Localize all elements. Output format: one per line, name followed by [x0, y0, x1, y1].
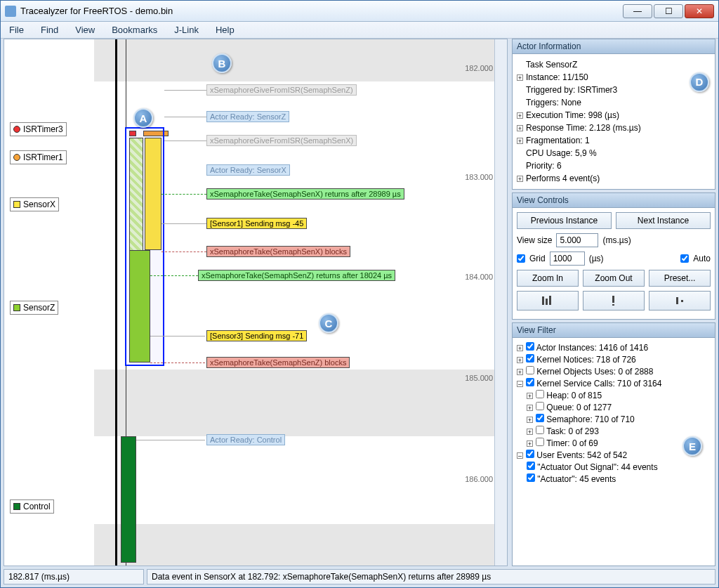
window-title: Tracealyzer for FreeRTOS - demo.bin	[20, 6, 623, 16]
auto-checkbox[interactable]	[680, 254, 689, 263]
filter-semaphore[interactable]: Semaphore: 710 of 710	[546, 414, 634, 424]
filter-heap[interactable]: Heap: 0 of 815	[546, 391, 602, 400]
menu-help[interactable]: Help	[211, 23, 239, 37]
ai-task: Task SensorZ	[526, 60, 577, 70]
filter-queue-chk[interactable]	[536, 402, 544, 410]
callout-a: A	[133, 108, 153, 128]
filter-user-events[interactable]: User Events: 542 of 542	[536, 450, 627, 460]
event-sem-give-senx[interactable]: xSemaphoreGiveFromISR(SemaphSenX)	[206, 135, 357, 146]
menu-file[interactable]: File	[5, 23, 28, 37]
filter-task-chk[interactable]	[536, 426, 544, 434]
maximize-button[interactable]: ☐	[654, 4, 683, 18]
svg-rect-0	[542, 296, 544, 305]
filter-heap-chk[interactable]	[536, 390, 544, 398]
menu-view[interactable]: View	[71, 23, 99, 37]
view-mode-3-button[interactable]	[649, 291, 711, 311]
filter-semaphore-chk[interactable]	[536, 414, 544, 422]
event-actor-ready-sensorx[interactable]: Actor Ready: SensorX	[206, 164, 290, 176]
filter-timer[interactable]: Timer: 0 of 69	[546, 438, 598, 448]
titlebar[interactable]: Tracealyzer for FreeRTOS - demo.bin — ☐ …	[1, 1, 718, 22]
event-actor-ready-sensorz[interactable]: Actor Ready: SensorZ	[206, 111, 289, 122]
event-sensor3-msg[interactable]: [Sensor3] Sending msg -71	[206, 330, 307, 341]
viewsize-input[interactable]	[556, 233, 598, 247]
filter-actor-instances[interactable]: Actor Instances: 1416 of 1416	[536, 343, 648, 353]
svg-rect-4	[612, 304, 614, 306]
time-axis: 182.000 183.000 184.000 185.000 186.000	[459, 39, 494, 566]
grid-input[interactable]	[550, 251, 585, 266]
svg-rect-1	[546, 299, 548, 305]
panel-view-controls: View Controls Previous Instance Next Ins…	[512, 192, 715, 320]
filter-user-events-chk[interactable]	[526, 450, 534, 458]
zoom-in-button[interactable]: Zoom In	[517, 270, 579, 287]
status-event: Data event in SensorX at 182.792: xSemap…	[147, 569, 715, 584]
legend-sensorz[interactable]: SensorZ	[10, 301, 58, 315]
filter-kernel-objects-chk[interactable]	[526, 366, 534, 374]
filter-kernel-calls[interactable]: Kernel Service Calls: 710 of 3164	[536, 379, 661, 388]
filter-actuator-out[interactable]: "Actuator Out Signal": 44 events	[537, 462, 657, 472]
close-button[interactable]: ✕	[685, 4, 714, 18]
status-bar: 182.817 (ms.µs) Data event in SensorX at…	[4, 569, 715, 584]
timeline-canvas[interactable]: 182.000 183.000 184.000 185.000 186.000	[94, 39, 494, 566]
event-sem-take-senx-blk[interactable]: xSemaphoreTake(SemaphSenX) blocks	[206, 246, 350, 257]
event-sem-take-senx-ret[interactable]: xSemaphoreTake(SemaphSenX) returns after…	[206, 188, 404, 200]
grid-unit: (µs)	[589, 254, 604, 263]
actor-info-header: Actor Information	[513, 39, 715, 54]
selection-box	[125, 127, 164, 366]
filter-actuator-out-chk[interactable]	[527, 462, 535, 470]
event-sem-give-senz[interactable]: xSemaphoreGiveFromISR(SemaphSenZ)	[206, 84, 357, 96]
next-instance-button[interactable]: Next Instance	[616, 212, 711, 229]
minimize-button[interactable]: —	[623, 4, 652, 18]
svg-rect-2	[549, 296, 551, 305]
viewsize-label: View size	[517, 235, 552, 245]
event-sem-take-senz-blk[interactable]: xSemaphoreTake(SemaphSenZ) blocks	[206, 357, 350, 368]
trace-scrollbar[interactable]	[494, 39, 507, 566]
menu-bookmarks[interactable]: Bookmarks	[107, 23, 161, 37]
grid-label: Grid	[529, 254, 546, 263]
view-mode-2-button[interactable]	[583, 291, 645, 311]
svg-rect-3	[612, 296, 614, 303]
ai-triggers: Triggers: None	[526, 98, 581, 107]
app-icon	[5, 6, 16, 17]
svg-rect-6	[681, 300, 683, 302]
panel-actor-info: Actor Information Task SensorZ +Instance…	[512, 39, 715, 190]
legend-isrtimer1[interactable]: ISRTimer1	[10, 150, 67, 164]
event-actor-ready-control[interactable]: Actor Ready: Control	[206, 434, 285, 445]
filter-kernel-notices-chk[interactable]	[526, 354, 534, 362]
filter-timer-chk[interactable]	[536, 438, 544, 446]
ai-instance[interactable]: Instance: 11/150	[526, 72, 588, 82]
event-sem-take-senz-ret[interactable]: xSemaphoreTake(SemaphSenZ) returns after…	[198, 270, 395, 281]
filter-actuator-chk[interactable]	[527, 473, 535, 482]
ai-resptime[interactable]: Response Time: 2.128 (ms.µs)	[526, 123, 641, 133]
menu-find[interactable]: Find	[37, 23, 62, 37]
filter-kernel-objects[interactable]: Kernel Objects Uses: 0 of 2888	[536, 367, 653, 377]
filter-task[interactable]: Task: 0 of 293	[546, 426, 599, 436]
filter-kernel-calls-chk[interactable]	[526, 378, 534, 386]
legend-control[interactable]: Control	[10, 499, 54, 514]
menu-jlink[interactable]: J-Link	[170, 23, 203, 37]
view-filter-header: View Filter	[513, 323, 715, 338]
zoom-out-button[interactable]: Zoom Out	[583, 270, 645, 287]
filter-queue[interactable]: Queue: 0 of 1277	[546, 403, 612, 412]
ai-fragmentation[interactable]: Fragmentation: 1	[526, 136, 590, 145]
ai-priority: Priority: 6	[526, 161, 562, 171]
filter-actor-instances-chk[interactable]	[526, 342, 534, 351]
trace-view[interactable]: ISRTimer3 ISRTimer1 SensorX SensorZ Cont…	[4, 39, 508, 566]
callout-d: D	[690, 72, 709, 92]
filter-actuator[interactable]: "Actuator": 45 events	[537, 474, 616, 484]
ai-events[interactable]: Performs 4 event(s)	[526, 174, 600, 183]
grid-checkbox[interactable]	[517, 254, 525, 263]
app-window: Tracealyzer for FreeRTOS - demo.bin — ☐ …	[0, 0, 719, 588]
ai-exectime[interactable]: Execution Time: 998 (µs)	[526, 110, 619, 120]
view-controls-header: View Controls	[513, 193, 715, 208]
legend-isrtimer3[interactable]: ISRTimer3	[10, 122, 67, 136]
view-mode-1-button[interactable]	[517, 291, 579, 311]
ai-cpu: CPU Usage: 5,9 %	[526, 148, 597, 158]
svg-rect-5	[676, 297, 678, 304]
panel-view-filter: View Filter + Actor Instances: 1416 of 1…	[512, 322, 715, 566]
menu-bar: File Find View Bookmarks J-Link Help	[1, 22, 718, 39]
legend-sensorx[interactable]: SensorX	[10, 197, 59, 211]
event-sensor1-msg[interactable]: [Sensor1] Sending msg -45	[206, 218, 307, 229]
prev-instance-button[interactable]: Previous Instance	[517, 212, 612, 229]
preset-button[interactable]: Preset...	[649, 270, 711, 287]
filter-kernel-notices[interactable]: Kernel Notices: 718 of 726	[536, 355, 635, 365]
